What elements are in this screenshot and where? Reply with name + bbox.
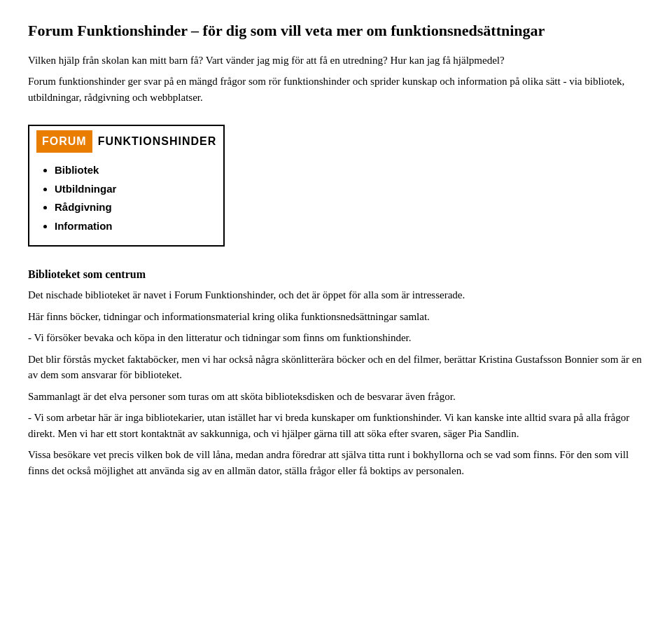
- intro-paragraph: Forum funktionshinder ger svar på en män…: [28, 74, 644, 105]
- section1-p7: Vissa besökare vet precis vilken bok de …: [28, 447, 644, 478]
- section1-p3: - Vi försöker bevaka och köpa in den lit…: [28, 330, 644, 346]
- section1-p4: Det blir förstås mycket faktaböcker, men…: [28, 352, 644, 383]
- section1-heading: Biblioteket som centrum: [28, 266, 644, 283]
- forum-header: FORUM FUNKTIONSHINDER: [29, 126, 223, 157]
- forum-list-item: Rådgivning: [55, 200, 212, 216]
- intro-questions: Vilken hjälp från skolan kan mitt barn f…: [28, 53, 644, 69]
- forum-list-item: Information: [55, 219, 212, 235]
- section1-p6: - Vi som arbetar här är inga bibliotekar…: [28, 410, 644, 441]
- forum-list-item: Utbildningar: [55, 181, 212, 198]
- forum-title: FUNKTIONSHINDER: [98, 133, 217, 150]
- forum-badge: FORUM: [36, 130, 92, 153]
- forum-box: FORUM FUNKTIONSHINDER Bibliotek Utbildni…: [28, 125, 225, 247]
- section1-p2: Här finns böcker, tidningar och informat…: [28, 309, 644, 325]
- forum-list: Bibliotek Utbildningar Rådgivning Inform…: [29, 157, 223, 245]
- forum-list-item: Bibliotek: [55, 163, 212, 179]
- page-title: Forum Funktionshinder – för dig som vill…: [28, 21, 644, 41]
- section1-p5: Sammanlagt är det elva personer som tura…: [28, 389, 644, 405]
- section1-p1: Det nischade biblioteket är navet i Foru…: [28, 287, 644, 303]
